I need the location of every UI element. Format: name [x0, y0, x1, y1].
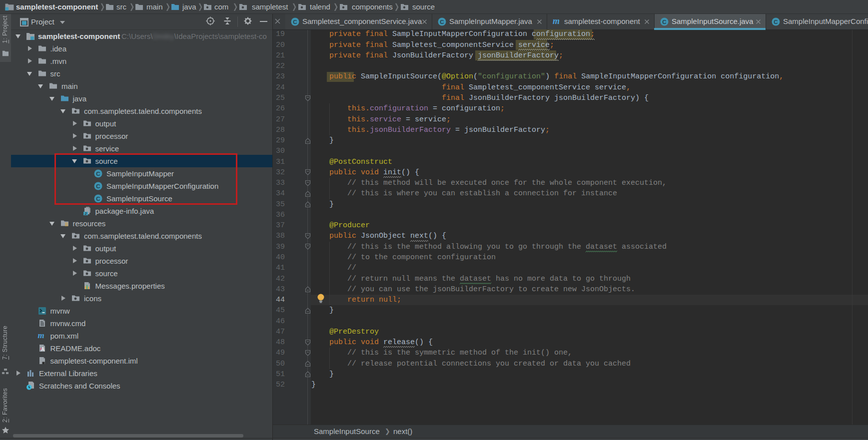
svg-text:J: J: [84, 212, 86, 215]
svg-text:C: C: [774, 19, 778, 25]
svg-text:A: A: [40, 347, 44, 352]
svg-text:C: C: [293, 19, 297, 25]
svg-text:C: C: [662, 19, 666, 25]
svg-text:C: C: [440, 19, 444, 25]
